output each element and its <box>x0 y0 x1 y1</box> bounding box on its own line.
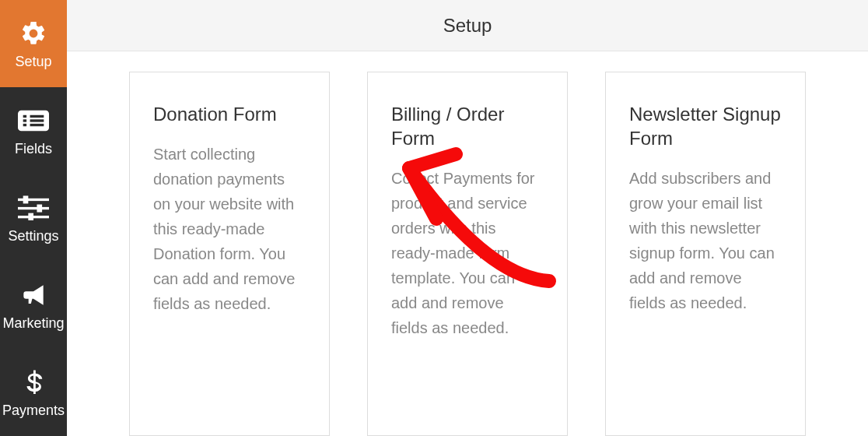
list-icon <box>18 105 49 136</box>
sidebar-item-fields[interactable]: Fields <box>0 87 67 174</box>
svg-rect-12 <box>28 213 33 220</box>
sidebar-item-label: Marketing <box>2 315 64 332</box>
card-description: Start collecting donation payments on yo… <box>153 142 306 316</box>
sidebar-item-setup[interactable]: Setup <box>0 0 67 87</box>
sidebar: Setup Fields Settings Marketing Payments <box>0 0 67 436</box>
sidebar-item-label: Setup <box>15 54 51 70</box>
sidebar-item-label: Payments <box>2 403 65 419</box>
main: Setup Donation Form Start collecting don… <box>67 0 868 436</box>
svg-rect-9 <box>18 206 49 209</box>
template-cards: Donation Form Start collecting donation … <box>67 51 868 436</box>
sidebar-item-settings[interactable]: Settings <box>0 174 67 262</box>
page-title: Setup <box>443 15 492 37</box>
template-card-billing[interactable]: Billing / Order Form Collect Payments fo… <box>367 72 568 436</box>
svg-rect-10 <box>37 204 42 212</box>
svg-rect-7 <box>18 198 49 200</box>
sidebar-item-label: Settings <box>8 228 58 244</box>
sidebar-item-label: Fields <box>15 141 52 157</box>
bullhorn-icon <box>18 280 49 311</box>
page-header: Setup <box>67 0 868 51</box>
card-title: Newsletter Signup Form <box>629 102 782 150</box>
card-description: Collect Payments for product and service… <box>391 166 544 340</box>
dollar-icon <box>18 367 49 398</box>
card-description: Add subscribers and grow your email list… <box>629 166 782 315</box>
template-card-donation[interactable]: Donation Form Start collecting donation … <box>129 72 330 436</box>
card-title: Donation Form <box>153 102 306 126</box>
template-card-newsletter[interactable]: Newsletter Signup Form Add subscribers a… <box>605 72 806 436</box>
card-title: Billing / Order Form <box>391 102 544 150</box>
gear-icon <box>18 18 49 49</box>
sidebar-item-payments[interactable]: Payments <box>0 349 67 436</box>
svg-rect-8 <box>23 195 29 203</box>
sidebar-item-marketing[interactable]: Marketing <box>0 262 67 349</box>
sliders-icon <box>18 192 49 223</box>
